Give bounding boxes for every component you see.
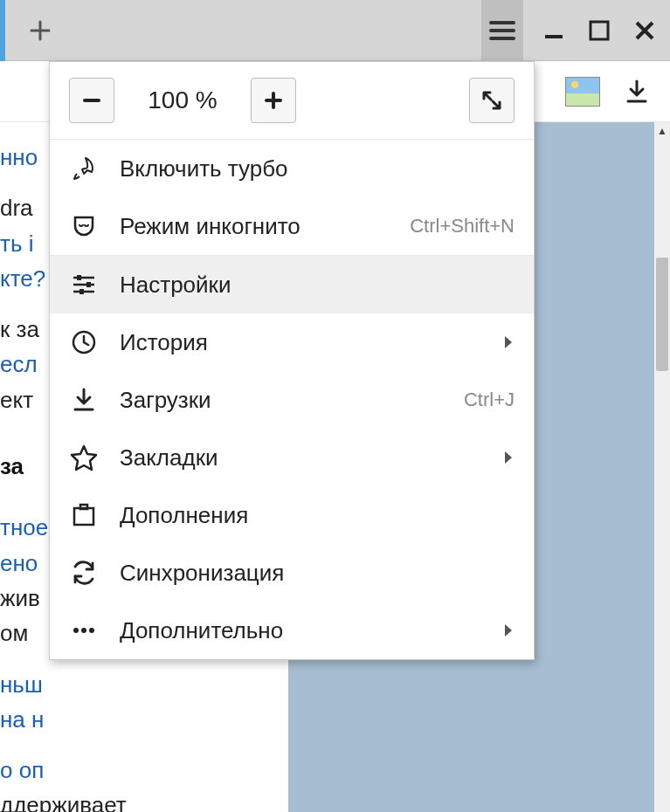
svg-rect-6 [80,505,87,509]
svg-point-8 [81,628,86,633]
menu-item-label: Режим инкогнито [120,213,300,240]
scrollbar-thumb[interactable] [656,258,668,371]
svg-rect-0 [591,22,608,39]
scroll-up-arrow[interactable]: ▲ [654,122,670,140]
new-tab-button[interactable] [19,10,61,52]
zoom-out-button[interactable] [69,78,114,123]
svg-rect-3 [79,289,84,294]
page-fragment: ньш [0,671,43,698]
ellipsis-icon [69,616,99,645]
clock-icon [69,327,99,357]
page-fragment: на н [0,706,44,733]
titlebar [0,0,670,61]
svg-rect-5 [74,508,93,525]
menu-item-addons[interactable]: Дополнения [50,486,534,544]
menu-item-label: Настройки [120,272,231,299]
menu-item-label: Включить турбо [120,155,288,182]
menu-item-settings[interactable]: Настройки [50,256,534,313]
main-menu-button[interactable] [481,0,523,61]
active-tab-indicator [0,0,5,61]
menu-item-incognito[interactable]: Режим инкогнито Ctrl+Shift+N [50,197,534,255]
maximize-button[interactable] [584,16,614,45]
image-thumbnail-icon[interactable] [565,74,600,109]
menu-item-label: Закладки [120,444,218,471]
mask-icon [69,211,99,241]
chevron-right-icon [502,623,515,638]
fullscreen-button[interactable] [469,78,515,123]
minimize-button[interactable] [539,16,569,45]
box-icon [69,500,99,530]
page-fragment: о оп [0,757,44,783]
sliders-icon [69,270,99,299]
svg-point-9 [89,628,94,633]
chevron-right-icon [502,450,515,465]
menu-item-history[interactable]: История [50,313,534,371]
menu-item-label: Синхронизация [120,560,284,587]
page-fragment: жив [0,585,40,611]
page-fragment: за [0,453,24,479]
vertical-scrollbar[interactable]: ▲ [654,122,670,812]
page-fragment: ом [0,620,28,646]
page-fragment: dra [0,195,33,221]
menu-shortcut: Ctrl+Shift+N [410,215,515,237]
sync-icon [69,558,99,588]
chevron-right-icon [502,334,515,350]
page-fragment: к за [0,316,39,342]
svg-rect-2 [86,282,91,287]
menu-item-label: Дополнения [120,502,248,529]
page-fragment: ено [0,550,38,576]
page-fragment: тное [0,514,48,540]
menu-item-downloads[interactable]: Загрузки Ctrl+J [50,371,534,429]
titlebar-controls [481,0,660,61]
svg-point-7 [73,628,79,633]
page-fragment: кте? [0,265,45,292]
page-fragment: ект [0,387,33,413]
menu-item-bookmarks[interactable]: Закладки [50,429,534,486]
menu-shortcut: Ctrl+J [464,389,515,411]
close-button[interactable] [630,16,660,45]
menu-item-label: Дополнительно [120,617,283,644]
menu-item-turbo[interactable]: Включить турбо [50,140,534,197]
page-fragment: есл [0,351,38,377]
main-menu-dropdown: 100 % Включить турбо Режим инкогнито Ctr… [49,61,535,660]
downloads-toolbar-icon[interactable] [619,74,654,109]
zoom-level: 100 % [121,86,244,114]
menu-item-sync[interactable]: Синхронизация [50,544,534,602]
page-fragment: ть і [0,231,33,257]
svg-rect-1 [77,275,81,280]
menu-item-label: Загрузки [120,387,211,414]
menu-item-label: История [120,329,208,356]
star-icon [69,443,99,472]
rocket-icon [69,154,99,183]
menu-item-more[interactable]: Дополнительно [50,602,534,659]
download-icon [69,385,99,415]
zoom-in-button[interactable] [251,78,296,123]
page-fragment: ддерживает [0,792,127,812]
zoom-controls: 100 % [50,62,534,139]
